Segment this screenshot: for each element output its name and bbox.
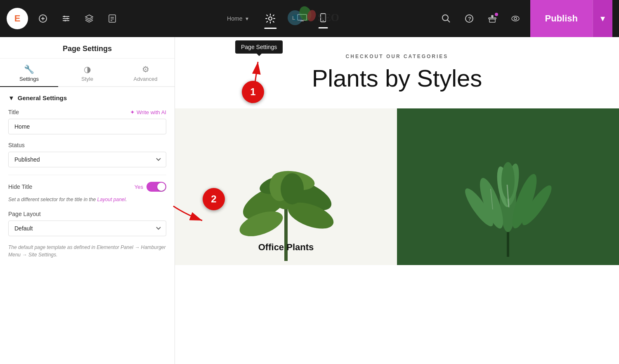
panel-title: Page Settings xyxy=(0,37,175,59)
svg-point-26 xyxy=(442,15,448,21)
title-input[interactable] xyxy=(8,119,166,134)
general-settings-section: ▼ General Settings Title ✦ Write with AI… xyxy=(0,87,175,266)
plant-image-left xyxy=(175,108,397,265)
annotation-2-number: 2 xyxy=(211,193,216,205)
elementor-logo[interactable]: E xyxy=(7,8,28,29)
publish-button-group: Publish ▾ xyxy=(530,0,612,37)
watermark-logo: SEO L xyxy=(272,5,347,32)
ai-icon: ✦ xyxy=(130,109,135,115)
title-field-row: Title ✦ Write with AI xyxy=(8,109,166,134)
top-navbar: E Home ▾ xyxy=(0,0,619,37)
svg-point-7 xyxy=(66,18,68,19)
svg-point-32 xyxy=(512,16,519,21)
write-with-ai-button[interactable]: ✦ Write with AI xyxy=(130,109,166,115)
svg-point-8 xyxy=(64,20,66,21)
svg-text:L: L xyxy=(292,15,295,21)
publish-dropdown-button[interactable]: ▾ xyxy=(593,0,612,37)
section-title: Plants by Styles xyxy=(312,64,482,92)
add-element-button[interactable] xyxy=(35,10,51,27)
layers-button[interactable] xyxy=(81,10,97,27)
section-title-text: General Settings xyxy=(18,94,67,101)
title-label: Title xyxy=(8,109,19,115)
panel-tabs: 🔧 Settings ◑ Style ⚙ Advanced xyxy=(0,59,175,87)
page-name: Home xyxy=(227,15,242,22)
svg-point-43 xyxy=(281,173,304,204)
plant-image-right xyxy=(397,108,619,265)
tab-style[interactable]: ◑ Style xyxy=(58,59,116,86)
svg-marker-9 xyxy=(85,15,93,19)
page-layout-label-row: Page Layout xyxy=(8,211,166,217)
helper-text-before: Set a different selector for the title i… xyxy=(8,197,97,202)
customize-button[interactable] xyxy=(58,10,74,27)
publish-button[interactable]: Publish xyxy=(530,0,593,37)
svg-text:SEO: SEO xyxy=(318,12,339,23)
hide-title-row: Hide Title Yes xyxy=(8,182,166,192)
style-tab-icon: ◑ xyxy=(84,64,91,74)
preview-card-left: Office Plants xyxy=(175,108,397,265)
notification-dot xyxy=(495,13,498,16)
category-label: CHECKOUT OUR CATEGORIES xyxy=(346,54,449,59)
tab-advanced[interactable]: ⚙ Advanced xyxy=(116,59,175,86)
svg-point-33 xyxy=(514,17,517,20)
tab-settings[interactable]: 🔧 Settings xyxy=(0,59,58,86)
website-preview: CHECKOUT OUR CATEGORIES Plants by Styles xyxy=(175,37,619,364)
search-button[interactable] xyxy=(438,10,454,27)
write-with-ai-label: Write with AI xyxy=(137,109,166,115)
preview-cards: Office Plants xyxy=(175,108,619,265)
status-label: Status xyxy=(8,142,25,148)
advanced-tab-label: Advanced xyxy=(134,76,158,82)
status-label-row: Status xyxy=(8,142,166,148)
nav-right: ? xyxy=(438,10,524,27)
page-layout-select[interactable]: Default Full Width No Header No Footer xyxy=(8,221,166,236)
svg-text:?: ? xyxy=(468,16,471,22)
settings-tab-icon: 🔧 xyxy=(24,64,34,74)
svg-point-14 xyxy=(269,17,272,20)
preview-area: CHECKOUT OUR CATEGORIES Plants by Styles xyxy=(175,37,619,364)
hide-title-label: Hide Title xyxy=(8,183,32,190)
svg-rect-31 xyxy=(489,19,495,22)
annotation-2: 2 xyxy=(203,188,225,210)
divider-1 xyxy=(8,175,166,175)
status-field-row: Status Published Draft Private xyxy=(8,142,166,167)
hide-title-helper: Set a different selector for the title i… xyxy=(8,196,166,203)
preview-button[interactable] xyxy=(507,10,524,27)
toggle-thumb xyxy=(157,183,165,191)
page-selector-chevron: ▾ xyxy=(246,15,248,22)
layout-panel-link[interactable]: Layout panel xyxy=(97,197,125,202)
svg-line-27 xyxy=(447,20,450,22)
hide-title-toggle[interactable] xyxy=(146,182,166,192)
page-settings-tooltip: Page Settings xyxy=(235,40,283,54)
left-panel: Page Settings 🔧 Settings ◑ Style ⚙ Advan… xyxy=(0,37,175,364)
settings-tab-label: Settings xyxy=(19,76,39,82)
page-layout-label: Page Layout xyxy=(8,211,41,217)
style-tab-label: Style xyxy=(81,76,93,82)
status-select[interactable]: Published Draft Private xyxy=(8,152,166,167)
advanced-tab-icon: ⚙ xyxy=(142,64,149,74)
section-collapse-arrow: ▼ xyxy=(8,94,14,101)
annotation-1: 1 xyxy=(242,81,264,103)
notes-button[interactable] xyxy=(104,10,120,27)
page-layout-helper: The default page template as defined in … xyxy=(8,244,166,258)
help-button[interactable]: ? xyxy=(461,10,477,27)
preview-card-right xyxy=(397,108,619,265)
toggle-yes-label: Yes xyxy=(135,184,143,190)
page-layout-field-row: Page Layout Default Full Width No Header… xyxy=(8,211,166,236)
general-settings-title[interactable]: ▼ General Settings xyxy=(8,94,166,101)
page-selector[interactable]: Home ▾ xyxy=(227,15,248,22)
hide-title-toggle-group: Yes xyxy=(135,182,166,192)
svg-point-6 xyxy=(64,16,65,17)
annotation-1-number: 1 xyxy=(250,86,255,98)
svg-rect-10 xyxy=(109,15,116,22)
helper-text-end: . xyxy=(125,197,127,202)
card-left-label: Office Plants xyxy=(258,242,314,253)
title-label-row: Title ✦ Write with AI xyxy=(8,109,166,115)
gift-button[interactable] xyxy=(484,10,501,27)
